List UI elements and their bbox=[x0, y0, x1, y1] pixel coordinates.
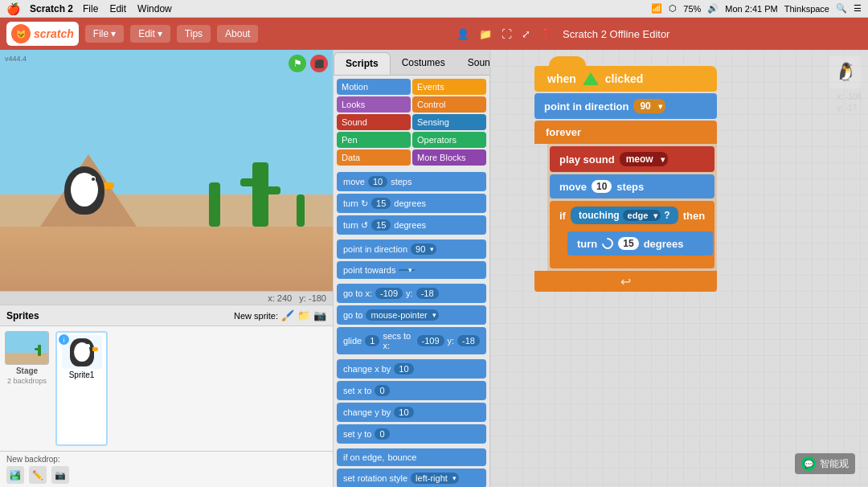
glide-y[interactable]: -18 bbox=[457, 335, 480, 346]
then-text: then bbox=[683, 210, 705, 222]
mac-search-icon[interactable]: 🔍 bbox=[836, 3, 847, 14]
new-sprite-camera-icon[interactable]: 📷 bbox=[313, 309, 326, 321]
move-block[interactable]: move 10 steps bbox=[550, 174, 714, 198]
mac-list-icon[interactable]: ☰ bbox=[854, 3, 862, 14]
point-direction-block[interactable]: point in direction 90 bbox=[534, 93, 717, 119]
cat-control-btn[interactable]: Control bbox=[412, 96, 486, 113]
block-if-on-edge-bounce[interactable]: if on edge, bounce bbox=[337, 448, 486, 466]
glide-x[interactable]: -109 bbox=[417, 335, 444, 346]
block-point-direction[interactable]: point in direction 90 bbox=[337, 239, 486, 259]
block-goto-mousepointer[interactable]: go to mouse-pointer bbox=[337, 305, 486, 325]
forever-block[interactable]: forever play sound meow move bbox=[534, 121, 717, 292]
backdrop-icons: 🏞️ ✏️ 📷 bbox=[6, 466, 326, 484]
block-change-x[interactable]: change x by 10 bbox=[337, 359, 486, 379]
mac-menubar: 🍎 Scratch 2 File Edit Window 📶 ⬡ 75% 🔊 M… bbox=[0, 0, 868, 18]
if-block[interactable]: if touching edge ? then bbox=[550, 201, 714, 268]
turn-degrees-num[interactable]: 15 bbox=[618, 237, 638, 250]
block-glide[interactable]: glide 1 secs to x: -109 y: -18 bbox=[337, 327, 486, 354]
sprite1-thumbnail[interactable]: i Sprite1 bbox=[55, 331, 108, 446]
move-num[interactable]: 10 bbox=[592, 180, 612, 193]
block-set-x[interactable]: set x to 0 bbox=[337, 381, 486, 400]
tab-scripts[interactable]: Scripts bbox=[334, 52, 391, 75]
block-move[interactable]: move 10 steps bbox=[337, 172, 486, 191]
svg-rect-2 bbox=[38, 345, 41, 356]
backdrop-camera-icon[interactable]: 📷 bbox=[51, 466, 69, 484]
stage-area[interactable]: v444.4 ⚑ ⬛ bbox=[0, 50, 333, 291]
cat-data-btn[interactable]: Data bbox=[337, 149, 411, 166]
apple-icon[interactable]: 🍎 bbox=[6, 2, 20, 15]
block-point-towards[interactable]: point towards bbox=[337, 261, 486, 279]
fullscreen-icon[interactable]: ⛶ bbox=[502, 28, 512, 40]
mac-menu-window[interactable]: Window bbox=[137, 3, 172, 14]
cat-sound-btn[interactable]: Sound bbox=[337, 114, 411, 130]
touching-dropdown[interactable]: edge bbox=[623, 210, 661, 221]
direction-val-dropdown[interactable]: 90 bbox=[633, 99, 665, 113]
turn-ccw-icon bbox=[600, 235, 616, 252]
tips-btn[interactable]: Tips bbox=[177, 25, 211, 43]
new-sprite-file-icon[interactable]: 📁 bbox=[297, 309, 310, 321]
sound-dropdown[interactable]: meow bbox=[620, 152, 668, 166]
block-set-rotation[interactable]: set rotation style left-right bbox=[337, 469, 486, 487]
glide-secs[interactable]: 1 bbox=[365, 335, 379, 346]
goto-x-input[interactable]: -109 bbox=[375, 288, 403, 299]
cat-more-btn[interactable]: More Blocks bbox=[412, 149, 486, 166]
move-input[interactable]: 10 bbox=[368, 176, 387, 187]
turn-ccw-input[interactable]: 15 bbox=[371, 219, 391, 231]
edit-menu-btn[interactable]: Edit▾ bbox=[130, 25, 170, 43]
block-goto-xy[interactable]: go to x: -109 y: -18 bbox=[337, 284, 486, 303]
stage-backdrops: 2 backdrops bbox=[7, 377, 47, 385]
backdrop-paint-icon[interactable]: ✏️ bbox=[29, 466, 47, 484]
touching-text: touching bbox=[579, 210, 620, 221]
block-turn-cw[interactable]: turn ↻ 15 degrees bbox=[337, 194, 486, 213]
goto-y-input[interactable]: -18 bbox=[416, 288, 439, 299]
towards-dropdown[interactable] bbox=[399, 269, 415, 271]
goto-dropdown[interactable]: mouse-pointer bbox=[366, 309, 438, 321]
forever-header: forever bbox=[534, 121, 717, 144]
scratch-logo: 🐱 scratch bbox=[6, 22, 79, 46]
new-sprite-paint-icon[interactable]: 🖌️ bbox=[281, 309, 294, 321]
folder-icon[interactable]: 📁 bbox=[479, 28, 492, 40]
sprite-info-icon[interactable]: i bbox=[59, 334, 69, 345]
about-btn[interactable]: About bbox=[217, 25, 258, 43]
steps-text: steps bbox=[616, 181, 644, 193]
block-change-y[interactable]: change y by 10 bbox=[337, 403, 486, 422]
right-panel[interactable]: 🐧 x: -108 y: -17 when clicked bbox=[490, 50, 868, 487]
turn-cw-input[interactable]: 15 bbox=[371, 198, 391, 209]
block-turn-ccw[interactable]: turn ↺ 15 degrees bbox=[337, 215, 486, 235]
green-flag-btn[interactable]: ⚑ bbox=[289, 55, 306, 72]
play-sound-block[interactable]: play sound meow bbox=[550, 146, 714, 172]
turn-block[interactable]: turn 15 degrees bbox=[567, 231, 713, 256]
touching-condition[interactable]: touching edge ? bbox=[571, 207, 678, 224]
backdrop-landscape-icon[interactable]: 🏞️ bbox=[6, 466, 24, 484]
change-y-input[interactable]: 10 bbox=[394, 407, 413, 418]
mac-menu-file[interactable]: File bbox=[83, 3, 98, 14]
add-sprite-icon[interactable]: 👤 bbox=[457, 28, 469, 40]
direction-dropdown[interactable]: 90 bbox=[411, 244, 436, 255]
expand-icon[interactable]: ⤢ bbox=[522, 28, 530, 40]
cat-motion-btn[interactable]: Motion bbox=[337, 79, 411, 95]
block-set-y[interactable]: set y to 0 bbox=[337, 424, 486, 444]
set-x-input[interactable]: 0 bbox=[375, 385, 389, 396]
rotation-dropdown[interactable]: left-right bbox=[411, 473, 459, 484]
stage-thumbnail[interactable]: Stage 2 backdrops bbox=[5, 331, 49, 446]
mac-right-items: 📶 ⬡ 75% 🔊 Mon 2:41 PM Thinkspace 🔍 ☰ bbox=[651, 3, 862, 14]
stop-btn[interactable]: ⬛ bbox=[310, 55, 328, 72]
help-icon[interactable]: ❓ bbox=[540, 28, 553, 40]
tab-costumes[interactable]: Costumes bbox=[391, 52, 457, 75]
cat-operators-btn[interactable]: Operators bbox=[412, 132, 486, 148]
when-clicked-block[interactable]: when clicked bbox=[534, 66, 717, 92]
cat-pen-btn[interactable]: Pen bbox=[337, 132, 411, 148]
cat-looks-btn[interactable]: Looks bbox=[337, 96, 411, 113]
file-menu-btn[interactable]: File▾ bbox=[85, 25, 124, 43]
cat-events-btn[interactable]: Events bbox=[412, 79, 486, 95]
set-y-input[interactable]: 0 bbox=[375, 428, 389, 440]
script-container: when clicked point in direction 90 forev… bbox=[534, 66, 717, 292]
change-x-input[interactable]: 10 bbox=[394, 363, 413, 374]
corner-x: x: -108 bbox=[837, 92, 862, 103]
stage-controls: ⚑ ⬛ bbox=[289, 55, 328, 72]
blocks-categories: Motion Looks Sound Pen Data Events Contr… bbox=[334, 76, 489, 169]
edit-dropdown-icon: ▾ bbox=[158, 28, 162, 39]
sprites-panel: Sprites New sprite: 🖌️ 📁 📷 bbox=[0, 305, 333, 487]
mac-menu-edit[interactable]: Edit bbox=[109, 3, 126, 14]
cat-sensing-btn[interactable]: Sensing bbox=[412, 114, 486, 130]
